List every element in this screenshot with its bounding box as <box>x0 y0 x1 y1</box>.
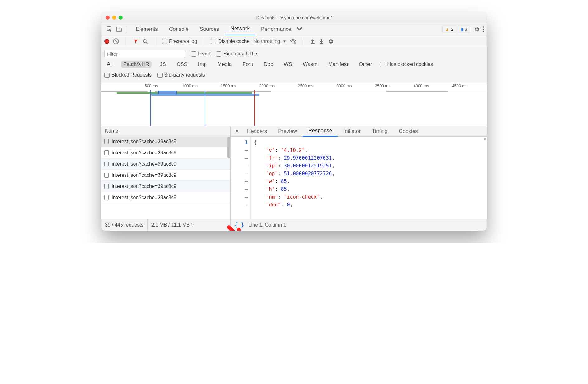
file-icon <box>104 195 109 200</box>
column-header-name[interactable]: Name <box>101 126 230 136</box>
filter-type-font[interactable]: Font <box>240 61 256 68</box>
detail-tab-initiator[interactable]: Initiator <box>338 126 366 137</box>
third-party-checkbox[interactable]: 3rd-party requests <box>157 72 205 78</box>
upload-har-icon[interactable] <box>310 39 315 44</box>
filter-type-all[interactable]: All <box>104 61 115 68</box>
ruler-tick: 2000 ms <box>259 83 275 88</box>
code-line[interactable]: "ip": 30.0000012219251, <box>254 162 487 170</box>
request-list[interactable]: interest.json?cache=39ac8c9interest.json… <box>101 136 230 219</box>
line-gutter: 1–––––––– <box>231 137 251 219</box>
clear-button[interactable] <box>113 38 119 44</box>
code-line[interactable]: "fr": 29.9700012207031, <box>254 154 487 162</box>
filter-type-other[interactable]: Other <box>356 61 375 68</box>
load-line <box>205 90 205 126</box>
request-name: interest.json?cache=39ac8c9 <box>112 184 177 189</box>
request-row[interactable]: interest.json?cache=39ac8c9 <box>101 170 230 181</box>
throttling-select[interactable]: No throttling ▼ <box>253 39 286 44</box>
detail-tab-preview[interactable]: Preview <box>273 126 302 137</box>
ruler-tick: 2500 ms <box>298 83 313 88</box>
code-line[interactable]: { <box>254 138 487 146</box>
panel-tab-bar: ElementsConsoleSourcesNetworkPerformance… <box>101 23 487 35</box>
overview-selection[interactable] <box>158 91 177 94</box>
detail-tab-cookies[interactable]: Cookies <box>393 126 423 137</box>
gutter-line: – <box>231 201 248 208</box>
cursor-position: Line 1, Column 1 <box>249 222 286 228</box>
network-conditions-icon[interactable] <box>290 39 296 44</box>
filter-type-img[interactable]: Img <box>196 61 209 68</box>
filter-type-css[interactable]: CSS <box>174 61 190 68</box>
download-har-icon[interactable] <box>319 39 324 44</box>
requests-count: 39 / 445 requests <box>101 219 148 231</box>
close-icon[interactable]: × <box>233 128 241 135</box>
detail-tab-response[interactable]: Response <box>303 126 338 137</box>
code-line[interactable]: "op": 51.0000020772726, <box>254 170 487 177</box>
file-icon <box>104 173 109 178</box>
scrollbar[interactable] <box>484 138 486 140</box>
detail-tab-timing[interactable]: Timing <box>366 126 393 137</box>
window-title: DevTools - tv.youtube.com/welcome/ <box>101 15 487 20</box>
pretty-print-button[interactable]: { } <box>235 222 244 228</box>
search-icon[interactable] <box>142 39 148 44</box>
tab-network[interactable]: Network <box>225 23 255 35</box>
code-line[interactable]: "ddd": 0, <box>254 201 487 208</box>
request-name: interest.json?cache=39ac8c9 <box>112 161 177 167</box>
request-detail-panel: × HeadersPreviewResponseInitiatorTimingC… <box>231 126 487 219</box>
source-code[interactable]: { "v": "4.10.2", "fr": 29.9700012207031,… <box>251 137 487 219</box>
code-line[interactable]: "nm": "icon-check", <box>254 193 487 201</box>
invert-checkbox[interactable]: Invert <box>191 51 211 57</box>
svg-point-5 <box>483 31 484 32</box>
more-menu-icon[interactable] <box>482 23 484 35</box>
settings-icon[interactable] <box>474 23 480 35</box>
filter-input[interactable] <box>104 50 185 58</box>
more-tabs-icon[interactable] <box>297 27 307 31</box>
scrollbar[interactable] <box>227 137 230 158</box>
tab-console[interactable]: Console <box>164 23 194 35</box>
device-toolbar-icon[interactable] <box>114 23 124 35</box>
filter-type-js[interactable]: JS <box>157 61 168 68</box>
request-row[interactable]: interest.json?cache=39ac8c9 <box>101 136 230 147</box>
network-settings-icon[interactable] <box>328 38 484 44</box>
record-button[interactable] <box>104 39 109 44</box>
filter-type-doc[interactable]: Doc <box>261 61 276 68</box>
disable-cache-checkbox[interactable]: Disable cache <box>211 39 250 44</box>
hide-data-urls-checkbox[interactable]: Hide data URLs <box>216 51 258 57</box>
blocked-requests-checkbox[interactable]: Blocked Requests <box>104 72 152 78</box>
detail-tab-headers[interactable]: Headers <box>241 126 273 137</box>
warning-icon: ▲ <box>445 27 449 32</box>
request-row[interactable]: interest.json?cache=39ac8c9 <box>101 158 230 170</box>
status-right: { } Line 1, Column 1 <box>231 219 487 231</box>
filter-type-fetch-xhr[interactable]: Fetch/XHR <box>121 61 152 68</box>
issues-badge[interactable]: ▮ 3 <box>458 26 470 33</box>
svg-point-3 <box>483 26 484 28</box>
inspect-element-icon[interactable] <box>105 23 114 35</box>
has-blocked-cookies-checkbox[interactable]: Has blocked cookies <box>380 62 433 67</box>
minimize-window-button[interactable] <box>112 16 116 20</box>
request-row[interactable]: interest.json?cache=39ac8c9 <box>101 147 230 158</box>
file-icon <box>104 184 109 189</box>
preserve-log-checkbox[interactable]: Preserve log <box>162 39 197 44</box>
zoom-window-button[interactable] <box>119 16 123 20</box>
code-line[interactable]: "v": "4.10.2", <box>254 146 487 154</box>
request-row[interactable]: interest.json?cache=39ac8c9 <box>101 192 230 203</box>
warnings-badge[interactable]: ▲ 2 <box>442 26 456 33</box>
tab-sources[interactable]: Sources <box>194 23 225 35</box>
close-window-button[interactable] <box>106 16 110 20</box>
filter-type-ws[interactable]: WS <box>281 61 295 68</box>
filter-type-manifest[interactable]: Manifest <box>326 61 351 68</box>
file-icon <box>104 150 109 155</box>
filter-type-media[interactable]: Media <box>215 61 234 68</box>
waterfall-overview[interactable]: 500 ms1000 ms1500 ms2000 ms2500 ms3000 m… <box>101 82 487 126</box>
code-line[interactable]: "h": 85, <box>254 185 487 193</box>
detail-tab-bar: × HeadersPreviewResponseInitiatorTimingC… <box>231 126 487 137</box>
filter-toggle-icon[interactable] <box>133 39 139 44</box>
filter-type-wasm[interactable]: Wasm <box>300 61 320 68</box>
request-row[interactable]: interest.json?cache=39ac8c9 <box>101 181 230 192</box>
request-name: interest.json?cache=39ac8c9 <box>112 195 177 200</box>
tab-elements[interactable]: Elements <box>130 23 164 35</box>
request-list-panel: Name interest.json?cache=39ac8c9interest… <box>101 126 231 219</box>
tab-performance[interactable]: Performance <box>255 23 297 35</box>
response-viewer[interactable]: 1–––––––– { "v": "4.10.2", "fr": 29.9700… <box>231 137 487 219</box>
code-line[interactable]: "w": 85, <box>254 177 487 185</box>
separator <box>126 38 126 45</box>
gutter-line: – <box>231 177 248 185</box>
